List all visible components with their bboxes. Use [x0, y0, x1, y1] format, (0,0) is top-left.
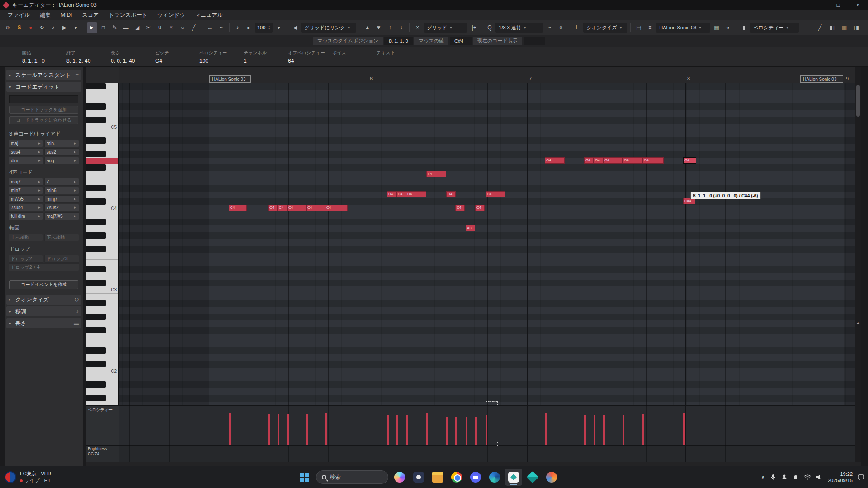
black-key[interactable] — [86, 347, 106, 354]
drop-button-ドロップ3[interactable]: ドロップ3 — [44, 255, 79, 263]
black-key[interactable] — [86, 327, 106, 333]
velocity-bar[interactable] — [446, 417, 448, 445]
menu-ウィンドウ[interactable]: ウィンドウ — [152, 10, 190, 20]
midi-note-G4[interactable]: G4 — [594, 157, 603, 164]
black-key[interactable] — [86, 164, 106, 171]
chord-button-min6[interactable]: min6► — [44, 187, 79, 194]
velocity-bar[interactable] — [306, 414, 308, 445]
black-key[interactable] — [86, 361, 106, 367]
menu-編集[interactable]: 編集 — [35, 10, 56, 20]
notifications-icon[interactable] — [858, 474, 864, 480]
section-transpose[interactable]: ▸ 移調 ♪ — [6, 306, 81, 316]
section-chord-edit[interactable]: ▾ コードエディット ≡ — [6, 82, 81, 92]
grid-type-select[interactable]: グリッド▾ — [424, 23, 467, 33]
chord-button-maj7[interactable]: maj7► — [9, 178, 43, 186]
black-key[interactable] — [86, 246, 106, 252]
velocity-bar[interactable] — [268, 414, 270, 445]
section-scale-assistant[interactable]: ▸ スケールアシスタント ≡ — [6, 70, 81, 80]
info-field-オフベロシティー[interactable]: オフベロシティー64 — [288, 47, 332, 66]
wifi-icon[interactable] — [804, 474, 811, 480]
info-field-開始[interactable]: 開始8. 1. 1. 0 — [22, 47, 66, 66]
chord-button-aug[interactable]: aug► — [44, 157, 79, 164]
velocity-bar[interactable] — [406, 415, 408, 445]
draw-tool[interactable]: ✎ — [109, 22, 120, 33]
info-field-ボイス[interactable]: ボイス— — [332, 47, 377, 66]
edge-icon[interactable] — [486, 469, 503, 486]
insert-velocity[interactable]: 100▲▼ — [255, 23, 273, 33]
split-tool[interactable]: ✂ — [143, 22, 154, 33]
show-part-borders-icon[interactable]: ▦ — [711, 22, 722, 33]
velocity-bar[interactable] — [545, 413, 547, 445]
nudge-start-left-icon[interactable]: ▲ — [362, 22, 373, 33]
midi-note-D4[interactable]: D4 — [396, 191, 406, 197]
velocity-bar[interactable] — [642, 414, 644, 445]
black-key[interactable] — [86, 137, 106, 144]
edit-active-part-icon[interactable]: ≡ — [645, 22, 655, 33]
event-colors-select[interactable]: ベロシティー▾ — [750, 23, 799, 33]
section-length[interactable]: ▸ 長さ ▬ — [6, 318, 81, 328]
midi-note-C4[interactable]: C4 — [287, 205, 306, 211]
velocity-bar[interactable] — [229, 413, 231, 445]
piano-keyboard[interactable]: C5C4C3C2 — [86, 83, 119, 405]
midi-note-C4[interactable]: C4 — [325, 205, 348, 211]
mic-icon[interactable] — [770, 474, 776, 480]
zoom-in-button[interactable]: + — [855, 320, 861, 326]
snap-plusminus-icon[interactable]: -|+ — [468, 22, 478, 33]
velocity-bar[interactable] — [278, 414, 279, 445]
controller-lane-label[interactable]: Brightness CC 74 — [86, 445, 119, 462]
right-zone-toggle-icon[interactable]: ◨ — [851, 22, 862, 33]
black-key[interactable] — [86, 117, 106, 123]
drop24-button[interactable]: ドロップ2 + 4 — [9, 263, 79, 271]
menu-MIDI[interactable]: MIDI — [56, 10, 77, 20]
velocity-bar[interactable] — [325, 413, 327, 445]
discord-icon[interactable] — [467, 469, 484, 486]
snap-icon[interactable]: × — [412, 22, 423, 33]
inversion-button-下へ移動[interactable]: 下へ移動 — [44, 234, 79, 241]
chord-button-minj7[interactable]: minj7► — [44, 195, 79, 203]
info-field-テキスト[interactable]: テキスト — [377, 47, 421, 66]
chord-button-min7[interactable]: min7► — [9, 187, 43, 194]
mute-tool[interactable]: × — [166, 22, 176, 33]
autoscroll-icon[interactable]: ▶ — [59, 22, 70, 33]
velocity-bar[interactable] — [584, 415, 586, 445]
spinner-arrows-icon[interactable]: ▲▼ — [268, 25, 270, 30]
midi-note-C4[interactable]: C4 — [278, 205, 287, 211]
insert-velocity-options-icon[interactable]: ▾ — [274, 22, 284, 33]
copilot-icon[interactable] — [391, 469, 408, 486]
velocity-bar[interactable] — [594, 415, 595, 445]
black-key[interactable] — [86, 266, 106, 272]
speaker-icon[interactable]: ◀ — [290, 22, 300, 33]
black-key[interactable] — [86, 198, 106, 205]
chord-button-sus2[interactable]: sus2► — [44, 148, 79, 156]
record-in-editor-icon[interactable]: ● — [25, 22, 36, 33]
velocity-bar[interactable] — [396, 415, 398, 445]
lane-divider-handle[interactable] — [486, 401, 498, 405]
midi-note-G4[interactable]: G4 — [584, 157, 594, 164]
velocity-bar[interactable] — [455, 417, 457, 445]
black-key[interactable] — [86, 381, 106, 388]
midi-note-C4[interactable]: C4 — [229, 205, 247, 211]
info-field-ベロシティー[interactable]: ベロシティー100 — [199, 47, 244, 66]
midi-note-D4[interactable]: D4 — [486, 191, 505, 197]
chord-button-min.[interactable]: min.► — [44, 140, 79, 147]
grid-link-select[interactable]: グリッドにリンク▾ — [301, 23, 356, 33]
chord-button-7sus4[interactable]: 7sus4► — [9, 204, 43, 211]
menu-トランスポート[interactable]: トランスポート — [104, 10, 152, 20]
chord-button-maj7/#5[interactable]: maj7/#5► — [44, 212, 79, 220]
chord-button-7[interactable]: 7► — [44, 178, 79, 186]
midi-note-A3[interactable]: A3 — [466, 225, 475, 231]
info-field-チャンネル[interactable]: チャンネル1 — [244, 47, 288, 66]
scrollbar-thumb[interactable] — [856, 85, 860, 117]
midi-input-icon[interactable]: ▸ — [244, 22, 254, 33]
black-key[interactable] — [86, 83, 106, 89]
inversion-button-上へ移動[interactable]: 上へ移動 — [9, 234, 43, 241]
move-up-icon[interactable]: ↑ — [385, 22, 395, 33]
clock[interactable]: 19:22 2025/09/15 — [828, 471, 853, 483]
black-key[interactable] — [86, 300, 106, 306]
midi-note-C4[interactable]: C4 — [306, 205, 325, 211]
midi-note-G4[interactable]: G4 — [545, 157, 565, 164]
cubase-icon[interactable] — [505, 469, 522, 486]
range-tool[interactable]: □ — [98, 22, 108, 33]
velocity-bar[interactable] — [486, 415, 487, 445]
black-key[interactable] — [86, 280, 106, 286]
